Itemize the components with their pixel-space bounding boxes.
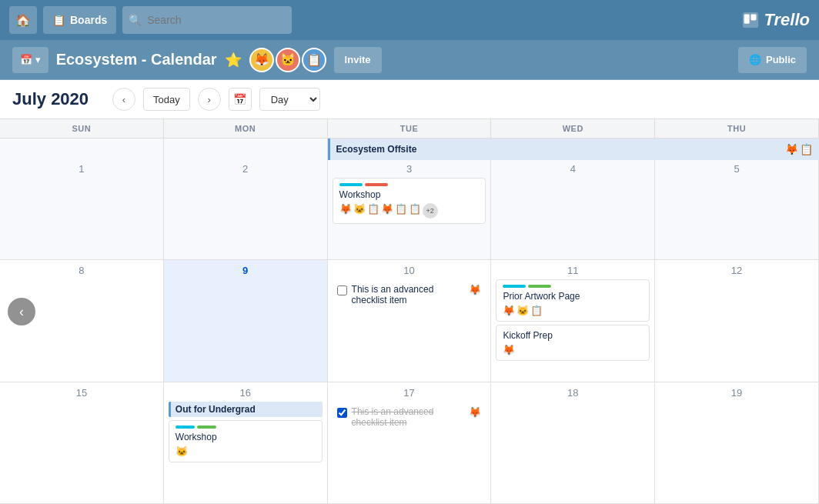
public-label: Public [766, 54, 796, 65]
checklist-avatar-10: 🦊 [469, 284, 481, 295]
kickoff-prep-event[interactable]: Kickoff Prep 🦊 [496, 325, 650, 361]
day-tue-17: 17 This is an advanced checklist item 🦊 [328, 382, 492, 504]
ecosystem-offsite-event[interactable]: Ecosystem Offsite 🦊 📋 [328, 139, 819, 160]
day-headers: SUN MON TUE WED THU [0, 119, 819, 139]
day-sun-15: 15 [0, 382, 164, 504]
day-number-11: 11 [496, 265, 650, 276]
top-navigation: 🏠 📋 Boards 🔍 Trello [0, 0, 819, 40]
svg-rect-2 [751, 15, 757, 21]
calendar-container: July 2020 ‹ Today › 📅 Day Week Month ‹ S… [0, 80, 819, 504]
day-number-18: 18 [496, 387, 650, 399]
checklist-label-17: This is an advanced checklist item [352, 406, 465, 428]
board-header: 📅 ▾ Ecosystem - Calendar ⭐ 🦊 🐱 📋 Invite … [0, 40, 819, 80]
prior-artwork-avatars: 🦊 🐱 📋 [503, 305, 643, 316]
boards-button[interactable]: 📋 Boards [43, 6, 116, 34]
bar-green-w3 [197, 426, 216, 429]
day-number-4: 4 [496, 163, 650, 175]
day-header-sun: SUN [0, 119, 164, 139]
ecosystem-offsite-label: Ecosystem Offsite [336, 144, 417, 155]
member-avatars: 🦊 🐱 📋 [249, 48, 326, 72]
kp-av1: 🦊 [503, 344, 515, 355]
checklist-label-10: This is an advanced checklist item [352, 284, 465, 305]
day-number-5: 5 [660, 163, 814, 175]
checklist-item-17: This is an advanced checklist item 🦊 [333, 402, 486, 432]
wa6: 📋 [409, 203, 421, 219]
wa3: 📋 [367, 203, 379, 219]
calendar-toolbar: July 2020 ‹ Today › 📅 Day Week Month [0, 80, 819, 119]
bar-cyan-w3 [176, 426, 195, 429]
pa-av1: 🦊 [503, 305, 515, 316]
wa5: 📋 [395, 203, 407, 219]
pa-av3: 📋 [530, 305, 543, 316]
workshop-avatars-w1: 🦊 🐱 📋 🦊 📋 📋 +2 [339, 203, 480, 219]
checklist-checkbox-10[interactable] [337, 285, 347, 295]
day-wed-18: 18 [491, 382, 655, 504]
prior-artwork-label: Prior Artwork Page [503, 291, 580, 302]
day-number-1: 1 [5, 163, 159, 175]
workshop-w3-bars [176, 426, 316, 429]
wa2: 🐱 [353, 203, 366, 219]
bar-cyan [339, 183, 363, 186]
avatar-3: 📋 [302, 48, 326, 72]
checklist-item-10: This is an advanced checklist item 🦊 [333, 279, 486, 310]
search-wrapper: 🔍 [122, 6, 292, 34]
wa4: 🦊 [381, 203, 393, 219]
out-for-undergrad-event[interactable]: Out for Undergrad [169, 402, 323, 417]
bar-cyan-pa [503, 285, 526, 288]
day-header-tue: TUE [328, 119, 492, 139]
boards-icon: 📋 [52, 14, 65, 26]
view-select[interactable]: Day Week Month [259, 88, 320, 111]
kickoff-prep-label: Kickoff Prep [503, 330, 552, 341]
offsite-avatar-1: 🦊 [785, 143, 798, 155]
board-title: Ecosystem - Calendar [56, 51, 217, 68]
pa-av2: 🐱 [516, 305, 529, 316]
search-input[interactable] [122, 6, 292, 34]
prior-artwork-bars [503, 285, 643, 288]
today-button[interactable]: Today [143, 88, 190, 111]
checklist-checkbox-17[interactable] [337, 408, 347, 418]
day-header-thu: THU [655, 119, 819, 139]
day-header-mon: MON [164, 119, 328, 139]
out-for-undergrad-label: Out for Undergrad [176, 404, 256, 415]
offsite-avatar-2: 📋 [800, 143, 813, 155]
star-icon[interactable]: ⭐ [225, 52, 242, 68]
logo-text: Trello [764, 10, 810, 30]
day-thu-19: 19 [655, 382, 819, 504]
workshop-avatars-w3: 🐱 [176, 446, 316, 457]
day-mon-16: 16 Out for Undergrad Workshop 🐱 [164, 382, 328, 504]
plus-badge: +2 [423, 203, 438, 219]
day-thu-12: 12 [655, 260, 819, 382]
public-button[interactable]: 🌐 Public [738, 47, 807, 73]
prior-artwork-event[interactable]: Prior Artwork Page 🦊 🐱 📋 [496, 279, 650, 322]
day-number-16: 16 [169, 387, 323, 399]
trello-logo-icon [742, 12, 759, 28]
day-header-wed: WED [491, 119, 655, 139]
home-button[interactable]: 🏠 [9, 6, 37, 34]
back-arrow-button[interactable]: ‹ [8, 298, 35, 325]
week1-row: Ecosystem Offsite 🦊 📋 1 2 3 [0, 139, 819, 260]
prev-month-button[interactable]: ‹ [112, 88, 135, 111]
bar-green-pa [528, 285, 551, 288]
workshop-event-w3[interactable]: Workshop 🐱 [169, 420, 323, 462]
wa1: 🦊 [339, 203, 352, 219]
avatar-2: 🐱 [276, 48, 300, 72]
day-number-19: 19 [660, 387, 814, 399]
view-toggle-button[interactable]: 📅 ▾ [12, 47, 48, 73]
kickoff-avatars: 🦊 [503, 344, 643, 355]
day-number-3: 3 [333, 163, 486, 175]
avatar-1: 🦊 [249, 48, 274, 72]
day-number-9: 9 [169, 265, 323, 276]
workshop-event-w1[interactable]: Workshop 🦊 🐱 📋 🦊 📋 📋 +2 [333, 178, 486, 224]
bar-red [365, 183, 388, 186]
offsite-avatars: 🦊 📋 [785, 143, 813, 155]
workshop-color-bars [339, 183, 480, 186]
next-month-button[interactable]: › [198, 88, 221, 111]
workshop-label-w3: Workshop [176, 432, 217, 442]
workshop-label-w1: Workshop [339, 189, 381, 200]
day-mon-2: 2 [164, 139, 328, 260]
day-number-15: 15 [5, 387, 159, 399]
calendar-icon-button[interactable]: 📅 [229, 88, 252, 111]
week2-row: 8 9 10 This is an advanced checklist ite… [0, 260, 819, 382]
invite-button[interactable]: Invite [334, 47, 382, 73]
checklist-avatar-17: 🦊 [469, 406, 481, 418]
